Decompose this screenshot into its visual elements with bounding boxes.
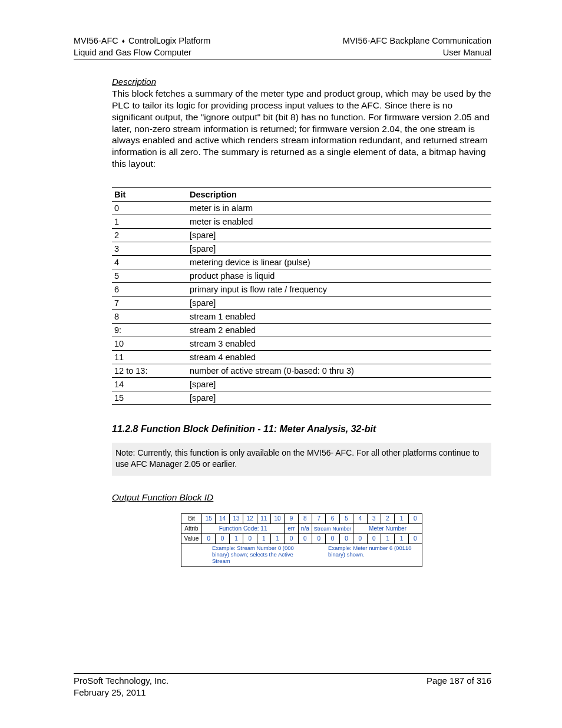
bit-num: 4 bbox=[353, 513, 367, 523]
cell-bit: 7 bbox=[112, 296, 187, 309]
bit-val: 0 bbox=[353, 533, 367, 543]
footer-company: ProSoft Technology, Inc. bbox=[74, 675, 168, 687]
cell-desc: [spare] bbox=[187, 228, 491, 242]
bit-val: 0 bbox=[339, 533, 353, 543]
table-row: 9:stream 2 enabled bbox=[112, 323, 491, 337]
diagram-label-attrib: Attrib bbox=[181, 523, 202, 533]
cell-bit: 14 bbox=[112, 377, 187, 391]
cell-desc: number of active stream (0-based: 0 thru… bbox=[187, 364, 491, 377]
bit-val: 0 bbox=[326, 533, 339, 543]
table-row: 14[spare] bbox=[112, 377, 491, 391]
cell-bit: 8 bbox=[112, 309, 187, 323]
cell-bit: 1 bbox=[112, 215, 187, 228]
table-row: 4metering device is linear (pulse) bbox=[112, 255, 491, 269]
footer-page: Page 187 of 316 bbox=[427, 675, 491, 699]
header-right-line1: MVI56-AFC Backplane Communication bbox=[343, 35, 491, 47]
cell-desc: [spare] bbox=[187, 242, 491, 255]
footer-date: February 25, 2011 bbox=[74, 687, 168, 699]
footnote-left: Example: Stream Number 0 (000 binary) sh… bbox=[183, 545, 305, 565]
header-left-line2: Liquid and Gas Flow Computer bbox=[74, 47, 210, 59]
diagram-label-bit: Bit bbox=[181, 513, 202, 523]
bit-num: 9 bbox=[285, 513, 298, 523]
table-row: 2[spare] bbox=[112, 228, 491, 242]
bit-val: 0 bbox=[298, 533, 312, 543]
footer-left: ProSoft Technology, Inc. February 25, 20… bbox=[74, 675, 168, 699]
cell-desc: stream 4 enabled bbox=[187, 350, 491, 364]
bit-num: 2 bbox=[381, 513, 394, 523]
bit-num: 11 bbox=[257, 513, 270, 523]
bit-diagram: Bit 15 14 13 12 11 10 9 8 7 6 5 4 3 2 1 bbox=[181, 513, 422, 568]
header-platform: ControlLogix Platform bbox=[128, 36, 210, 45]
attrib-err: err bbox=[285, 523, 298, 533]
bit-val: 1 bbox=[257, 533, 270, 543]
attrib-stream-number: Stream Number bbox=[312, 523, 353, 533]
cell-desc: stream 1 enabled bbox=[187, 309, 491, 323]
diagram-row-value: Value 0 0 1 0 1 1 0 0 0 0 0 0 0 1 1 0 bbox=[181, 533, 422, 543]
cell-bit: 3 bbox=[112, 242, 187, 255]
cell-bit: 6 bbox=[112, 282, 187, 296]
bit-num: 5 bbox=[339, 513, 353, 523]
bit-val: 0 bbox=[408, 533, 422, 543]
bit-val: 1 bbox=[395, 533, 408, 543]
cell-bit: 0 bbox=[112, 201, 187, 215]
diamond-icon: ♦ bbox=[122, 37, 125, 45]
output-function-block-heading: Output Function Block ID bbox=[112, 492, 491, 503]
cell-desc: stream 2 enabled bbox=[187, 323, 491, 337]
col-header-desc: Description bbox=[187, 187, 491, 201]
header-left-line1: MVI56-AFC ♦ ControlLogix Platform bbox=[74, 35, 210, 47]
cell-desc: primary input is flow rate / frequency bbox=[187, 282, 491, 296]
footnote-right: Example: Meter number 6 (00110 binary) s… bbox=[305, 545, 421, 565]
table-row: 0meter is in alarm bbox=[112, 201, 491, 215]
header-right: MVI56-AFC Backplane Communication User M… bbox=[343, 35, 491, 58]
col-header-bit: Bit bbox=[112, 187, 187, 201]
bit-val: 0 bbox=[243, 533, 257, 543]
header-left: MVI56-AFC ♦ ControlLogix Platform Liquid… bbox=[74, 35, 210, 58]
bit-num: 8 bbox=[298, 513, 312, 523]
description-heading: Description bbox=[112, 77, 491, 87]
description-body: This block fetches a summary of the mete… bbox=[112, 88, 491, 170]
content-area: Description This block fetches a summary… bbox=[74, 60, 491, 567]
bit-val: 1 bbox=[229, 533, 243, 543]
diagram-label-value: Value bbox=[181, 533, 202, 543]
bit-num: 15 bbox=[202, 513, 216, 523]
bit-num: 0 bbox=[408, 513, 422, 523]
cell-bit: 9: bbox=[112, 323, 187, 337]
cell-desc: [spare] bbox=[187, 296, 491, 309]
table-row: 3[spare] bbox=[112, 242, 491, 255]
table-row: 6primary input is flow rate / frequency bbox=[112, 282, 491, 296]
bit-num: 14 bbox=[216, 513, 229, 523]
cell-bit: 2 bbox=[112, 228, 187, 242]
note-box: Note: Currently, this function is only a… bbox=[112, 443, 491, 476]
attrib-meter-number: Meter Number bbox=[353, 523, 422, 533]
table-row: 8stream 1 enabled bbox=[112, 309, 491, 323]
bit-val: 0 bbox=[285, 533, 298, 543]
bit-description-table: Bit Description 0meter is in alarm 1mete… bbox=[112, 187, 491, 405]
header-right-line2: User Manual bbox=[343, 47, 491, 59]
cell-bit: 10 bbox=[112, 337, 187, 350]
cell-bit: 12 to 13: bbox=[112, 364, 187, 377]
bit-num: 10 bbox=[270, 513, 284, 523]
table-row: 10stream 3 enabled bbox=[112, 337, 491, 350]
bit-val: 0 bbox=[202, 533, 216, 543]
cell-bit: 4 bbox=[112, 255, 187, 269]
bit-num: 6 bbox=[326, 513, 339, 523]
bit-val: 0 bbox=[312, 533, 326, 543]
bit-num: 12 bbox=[243, 513, 257, 523]
cell-desc: [spare] bbox=[187, 391, 491, 404]
bit-num: 3 bbox=[367, 513, 381, 523]
attrib-na: n/a bbox=[298, 523, 312, 533]
table-row: 5product phase is liquid bbox=[112, 269, 491, 282]
cell-desc: stream 3 enabled bbox=[187, 337, 491, 350]
cell-bit: 5 bbox=[112, 269, 187, 282]
bit-val: 1 bbox=[381, 533, 394, 543]
bit-val: 0 bbox=[216, 533, 229, 543]
cell-desc: metering device is linear (pulse) bbox=[187, 255, 491, 269]
bit-num: 13 bbox=[229, 513, 243, 523]
header-product: MVI56-AFC bbox=[74, 36, 118, 45]
attrib-function-code: Function Code: 11 bbox=[202, 523, 285, 533]
bit-val: 0 bbox=[367, 533, 381, 543]
table-row: 1meter is enabled bbox=[112, 215, 491, 228]
section-heading: 11.2.8 Function Block Definition - 11: M… bbox=[112, 424, 491, 434]
cell-desc: meter is in alarm bbox=[187, 201, 491, 215]
bit-val: 1 bbox=[270, 533, 284, 543]
